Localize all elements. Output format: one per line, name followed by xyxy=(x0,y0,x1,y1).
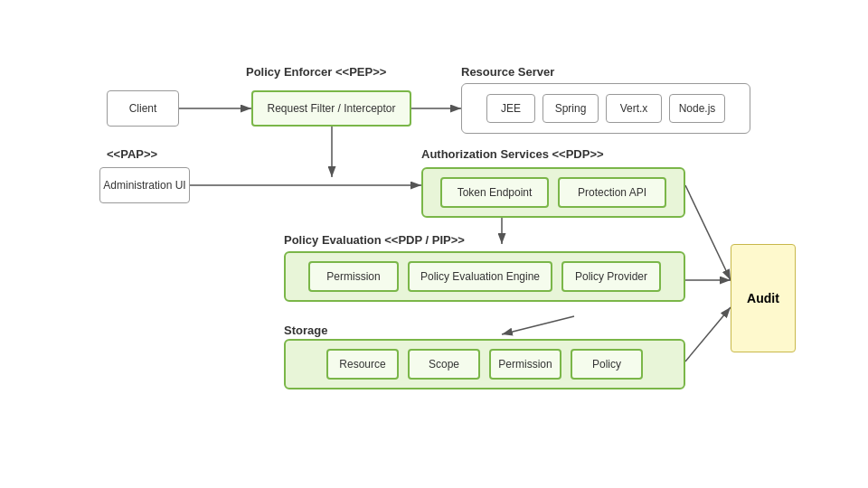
policy-box: Policy xyxy=(571,349,643,380)
svg-line-9 xyxy=(685,307,731,361)
policy-provider-box: Policy Provider xyxy=(561,261,661,292)
policy-eval-engine-box: Policy Evaluation Engine xyxy=(408,261,552,292)
svg-line-5 xyxy=(685,185,731,280)
resource-box: Resource xyxy=(326,349,399,380)
client-box: Client xyxy=(107,90,179,127)
jee-box: JEE xyxy=(486,94,535,123)
resource-server-label: Resource Server xyxy=(461,65,554,79)
architecture-diagram: Client Policy Enforcer <<PEP>> Request F… xyxy=(0,0,868,488)
scope-box: Scope xyxy=(408,349,480,380)
pep-label: Policy Enforcer <<PEP>> xyxy=(246,65,386,79)
nodejs-box: Node.js xyxy=(669,94,725,123)
protection-api-box: Protection API xyxy=(558,177,666,208)
audit-box: Audit xyxy=(731,244,796,352)
token-endpoint-box: Token Endpoint xyxy=(440,177,549,208)
storage-label: Storage xyxy=(284,324,327,337)
auth-services-label: Authorization Services <<PDP>> xyxy=(421,147,604,161)
policy-eval-label: Policy Evaluation <<PDP / PIP>> xyxy=(284,233,465,247)
storage-container: Resource Scope Permission Policy xyxy=(284,339,685,389)
spring-box: Spring xyxy=(542,94,599,123)
admin-ui-box: Administration UI xyxy=(99,167,190,203)
permission-box: Permission xyxy=(308,261,399,292)
auth-services-container: Token Endpoint Protection API xyxy=(421,167,685,218)
pap-label: <<PAP>> xyxy=(107,147,157,161)
resource-server-container: JEE Spring Vert.x Node.js xyxy=(461,83,750,134)
vertx-box: Vert.x xyxy=(606,94,662,123)
svg-line-8 xyxy=(502,316,574,334)
permission2-box: Permission xyxy=(489,349,561,380)
request-filter-box: Request Filter / Interceptor xyxy=(251,90,411,127)
policy-eval-container: Permission Policy Evaluation Engine Poli… xyxy=(284,251,685,302)
